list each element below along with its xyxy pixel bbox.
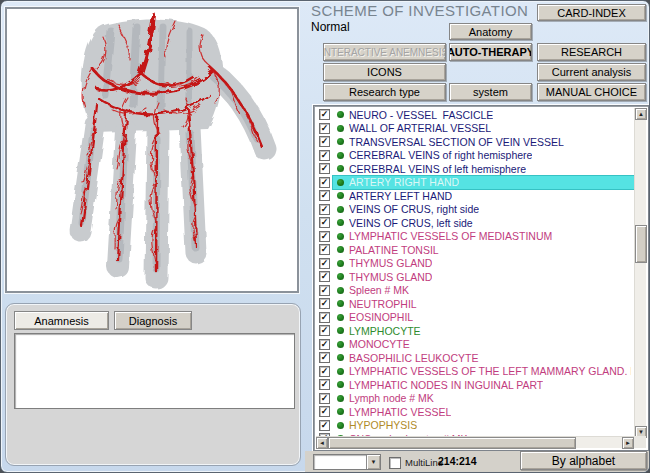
item-checkbox[interactable]: ✓ bbox=[319, 150, 330, 161]
current-analysis-button[interactable]: Current analysis bbox=[537, 63, 646, 81]
research-button[interactable]: RESEARCH bbox=[537, 43, 646, 61]
icons-button[interactable]: ICONS bbox=[323, 63, 446, 81]
list-item[interactable]: ✓ Spleen # MK bbox=[316, 284, 634, 298]
item-checkbox[interactable]: ✓ bbox=[319, 244, 330, 255]
list-item[interactable]: ✓ BASOPHILIC LEUKOCYTE bbox=[316, 351, 634, 365]
list-item-body[interactable]: PALATINE TONSIL bbox=[333, 243, 634, 256]
item-checkbox[interactable]: ✓ bbox=[319, 339, 330, 350]
list-item-body[interactable]: NEURO - VESSEL FASCICLE bbox=[333, 108, 634, 121]
item-checkbox[interactable]: ✓ bbox=[319, 190, 330, 201]
list-item[interactable]: ✓ LYMPHOCYTE bbox=[316, 324, 634, 338]
list-item[interactable]: ✓ VEINS OF CRUS, left side bbox=[316, 216, 634, 230]
list-item[interactable]: ✓ PALATINE TONSIL bbox=[316, 243, 634, 257]
anamnesis-textarea[interactable] bbox=[14, 333, 295, 409]
auto-therapy-button[interactable]: AUTO-THERAPY bbox=[449, 43, 532, 61]
list-item-body[interactable]: THYMUS GLAND bbox=[333, 270, 634, 283]
list-item[interactable]: ✓ NEURO - VESSEL FASCICLE bbox=[316, 108, 634, 122]
item-checkbox[interactable]: ✓ bbox=[319, 325, 330, 336]
item-checkbox[interactable]: ✓ bbox=[319, 258, 330, 269]
list-item-body[interactable]: WALL OF ARTERIAL VESSEL bbox=[333, 122, 634, 135]
item-checkbox[interactable]: ✓ bbox=[319, 163, 330, 174]
item-checkbox[interactable]: ✓ bbox=[319, 204, 330, 215]
list-item[interactable]: ✓ CEREBRAL VEINS of right hemisphere bbox=[316, 149, 634, 163]
list-item-label: LYMPHATIC VESSELS OF MEDIASTINUM bbox=[349, 230, 552, 242]
scroll-left-icon[interactable]: ◄ bbox=[316, 437, 328, 449]
vertical-scroll-thumb[interactable] bbox=[635, 225, 647, 263]
item-checkbox[interactable]: ✓ bbox=[319, 177, 330, 188]
list-item[interactable]: ✓ EOSINOPHIL bbox=[316, 311, 634, 325]
list-item[interactable]: ✓ THYMUS GLAND bbox=[316, 270, 634, 284]
list-item[interactable]: ✓ TRANSVERSAL SECTION OF VEIN VESSEL bbox=[316, 135, 634, 149]
list-item[interactable]: ✓ THYMUS GLAND bbox=[316, 257, 634, 271]
list-item[interactable]: ✓ NEUTROPHIL bbox=[316, 297, 634, 311]
item-checkbox[interactable]: ✓ bbox=[319, 366, 330, 377]
card-index-button[interactable]: CARD-INDEX bbox=[537, 4, 646, 21]
item-checkbox[interactable]: ✓ bbox=[319, 285, 330, 296]
list-item[interactable]: ✓ WALL OF ARTERIAL VESSEL bbox=[316, 122, 634, 136]
item-checkbox[interactable]: ✓ bbox=[319, 298, 330, 309]
list-item-body[interactable]: NEUTROPHIL bbox=[333, 297, 634, 310]
anatomy-image-panel bbox=[5, 7, 299, 293]
list-item-body[interactable]: EOSINOPHIL bbox=[333, 311, 634, 324]
item-checkbox[interactable]: ✓ bbox=[319, 231, 330, 242]
list-item[interactable]: ✓ MONOCYTE bbox=[316, 338, 634, 352]
list-item-body[interactable]: LYMPHOCYTE bbox=[333, 324, 634, 337]
item-checkbox[interactable]: ✓ bbox=[319, 136, 330, 147]
green-bullet-icon bbox=[337, 341, 344, 348]
tab-anamnesis[interactable]: Anamnesis bbox=[14, 311, 109, 330]
combobox-dropdown-icon[interactable]: ▼ bbox=[366, 455, 380, 469]
scroll-right-icon[interactable]: ► bbox=[622, 437, 634, 449]
list-item-body[interactable]: BASOPHILIC LEUKOCYTE bbox=[333, 351, 634, 364]
list-item[interactable]: ✓ LYMPHATIC VESSELS OF THE LEFT MAMMARY … bbox=[316, 365, 634, 379]
list-item-body[interactable]: VEINS OF CRUS, right side bbox=[333, 203, 634, 216]
list-item-body[interactable]: LYMPHATIC VESSELS OF MEDIASTINUM bbox=[333, 230, 634, 243]
list-item-body[interactable]: TRANSVERSAL SECTION OF VEIN VESSEL bbox=[333, 135, 634, 148]
item-checkbox[interactable]: ✓ bbox=[319, 406, 330, 417]
manual-choice-button[interactable]: MANUAL CHOICE bbox=[537, 83, 646, 101]
list-item[interactable]: ✓ LYMPHATIC VESSEL bbox=[316, 405, 634, 419]
hand-arteries-image bbox=[7, 9, 297, 291]
list-item[interactable]: ✓ LYMPHATIC VESSELS OF MEDIASTINUM bbox=[316, 230, 634, 244]
item-checkbox[interactable]: ✓ bbox=[319, 271, 330, 282]
list-item[interactable]: ✓ ARTERY RIGHT HAND bbox=[316, 176, 634, 190]
list-item[interactable]: ✓ ARTERY LEFT HAND bbox=[316, 189, 634, 203]
horizontal-scroll-thumb[interactable] bbox=[328, 437, 576, 449]
list-item-body[interactable]: ARTERY LEFT HAND bbox=[333, 189, 634, 202]
anatomy-button[interactable]: Anatomy bbox=[449, 23, 532, 40]
list-item-body[interactable]: MONOCYTE bbox=[333, 338, 634, 351]
system-button[interactable]: system bbox=[449, 83, 532, 101]
item-checkbox[interactable]: ✓ bbox=[319, 109, 330, 120]
multiline-checkbox[interactable] bbox=[389, 457, 401, 469]
list-item-body[interactable]: LYMPHATIC VESSELS OF THE LEFT MAMMARY GL… bbox=[333, 365, 634, 378]
list-item-body[interactable]: CEREBRAL VEINS of left hemisphere bbox=[333, 162, 634, 175]
list-item[interactable]: ✓ VEINS OF CRUS, right side bbox=[316, 203, 634, 217]
list-item[interactable]: ✓ LYMPHATIC NODES IN INGUINAL PART bbox=[316, 378, 634, 392]
list-item-body[interactable]: ARTERY RIGHT HAND bbox=[333, 176, 634, 189]
list-item-body[interactable]: LYMPHATIC VESSEL bbox=[333, 405, 634, 418]
item-checkbox[interactable]: ✓ bbox=[319, 393, 330, 404]
item-checkbox[interactable]: ✓ bbox=[319, 420, 330, 431]
list-item-body[interactable]: VEINS OF CRUS, left side bbox=[333, 216, 634, 229]
item-checkbox[interactable]: ✓ bbox=[319, 379, 330, 390]
list-item[interactable]: ✓ CEREBRAL VEINS of left hemisphere bbox=[316, 162, 634, 176]
list-item-body[interactable]: Spleen # MK bbox=[333, 284, 634, 297]
item-checkbox[interactable]: ✓ bbox=[319, 217, 330, 228]
item-checkbox[interactable]: ✓ bbox=[319, 352, 330, 363]
list-item-body[interactable]: Lymph node # MK bbox=[333, 392, 634, 405]
list-item-body[interactable]: THYMUS GLAND bbox=[333, 257, 634, 270]
item-checkbox[interactable]: ✓ bbox=[319, 312, 330, 323]
vertical-scrollbar[interactable]: ▲ ▼ bbox=[634, 108, 646, 438]
by-alphabet-button[interactable]: By alphabet bbox=[520, 451, 647, 470]
list-item-body[interactable]: LYMPHATIC NODES IN INGUINAL PART bbox=[333, 378, 634, 391]
list-item-body[interactable]: CEREBRAL VEINS of right hemisphere bbox=[333, 149, 634, 162]
research-type-button[interactable]: Research type bbox=[323, 83, 446, 101]
horizontal-scrollbar[interactable]: ◄ ► bbox=[316, 436, 634, 448]
scroll-up-icon[interactable]: ▲ bbox=[635, 108, 647, 120]
list-item-body[interactable]: HYPOPHYSIS bbox=[333, 419, 634, 432]
list-item[interactable]: ✓ HYPOPHYSIS bbox=[316, 419, 634, 433]
tab-diagnosis[interactable]: Diagnosis bbox=[114, 311, 192, 330]
item-checkbox[interactable]: ✓ bbox=[319, 123, 330, 134]
page-title: SCHEME OF INVESTIGATION bbox=[311, 2, 528, 19]
list-item[interactable]: ✓ Lymph node # MK bbox=[316, 392, 634, 406]
footer-combobox[interactable]: ▼ bbox=[313, 454, 381, 470]
